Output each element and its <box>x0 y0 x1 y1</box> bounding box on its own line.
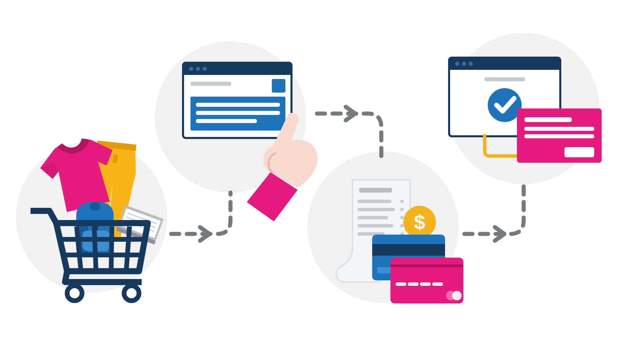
svg-point-38 <box>400 208 404 211</box>
browser-form-icon <box>183 63 291 138</box>
credit-card-pink-icon <box>390 258 463 303</box>
svg-rect-44 <box>372 244 445 256</box>
svg-point-55 <box>462 62 466 66</box>
svg-rect-25 <box>190 82 231 86</box>
svg-rect-57 <box>484 77 525 81</box>
svg-rect-31 <box>359 188 392 193</box>
svg-point-40 <box>400 224 404 227</box>
svg-point-56 <box>469 62 473 66</box>
svg-rect-29 <box>196 111 280 115</box>
arrow-cart-to-form <box>171 193 230 241</box>
svg-point-24 <box>203 67 207 71</box>
svg-rect-1 <box>112 154 118 163</box>
svg-point-50 <box>452 291 462 300</box>
svg-point-58 <box>488 88 522 122</box>
svg-point-39 <box>400 216 404 219</box>
svg-rect-53 <box>449 67 560 70</box>
svg-point-37 <box>400 200 404 203</box>
svg-point-22 <box>189 67 193 71</box>
svg-point-17 <box>67 286 82 301</box>
ecommerce-flow-diagram: $ <box>0 0 644 358</box>
svg-line-13 <box>111 226 112 268</box>
svg-line-12 <box>94 226 96 268</box>
svg-rect-60 <box>524 117 572 122</box>
svg-point-23 <box>196 67 200 71</box>
svg-rect-63 <box>564 147 594 157</box>
svg-rect-28 <box>196 103 280 107</box>
svg-rect-26 <box>272 79 285 93</box>
dollar-coin-icon: $ <box>403 206 436 238</box>
svg-rect-47 <box>390 264 463 267</box>
svg-rect-30 <box>196 119 257 123</box>
svg-rect-21 <box>183 72 291 75</box>
svg-point-54 <box>455 62 459 66</box>
svg-rect-62 <box>524 134 594 138</box>
svg-point-18 <box>124 286 139 301</box>
currency-symbol: $ <box>414 211 425 234</box>
confirmation-dialog-icon <box>517 108 602 163</box>
svg-line-14 <box>126 226 129 268</box>
arrow-payment-to-confirm <box>464 185 524 241</box>
svg-rect-9 <box>90 202 100 211</box>
svg-rect-61 <box>524 127 594 131</box>
